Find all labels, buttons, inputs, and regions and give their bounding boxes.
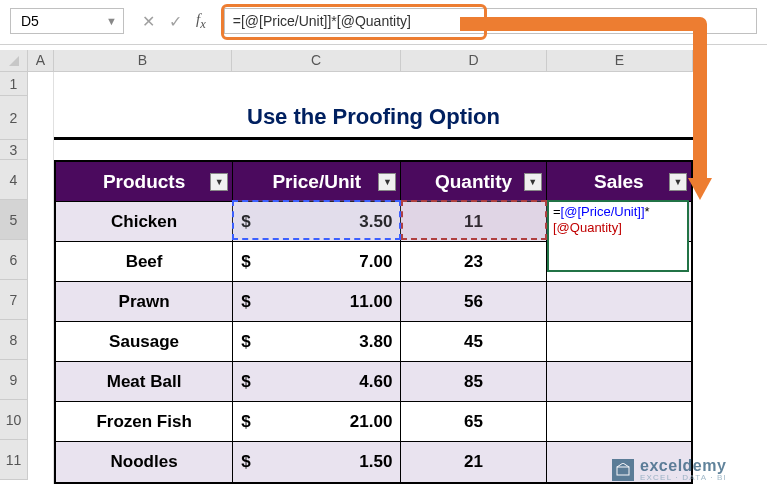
currency-symbol: $	[241, 372, 250, 392]
col-header-A[interactable]: A	[28, 50, 54, 72]
select-all-corner[interactable]	[0, 50, 28, 72]
table-row: Noodles $ 1.50 21	[56, 442, 691, 482]
table-row: Sausage $ 3.80 45	[56, 322, 691, 362]
price-value: 3.50	[359, 212, 392, 232]
cell-qty[interactable]: 21	[401, 442, 546, 482]
cell-editor[interactable]: =[@[Price/Unit]]* [@Quantity]	[547, 200, 689, 272]
cell-qty[interactable]: 11	[401, 202, 546, 242]
row-header-6[interactable]: 6	[0, 240, 28, 280]
name-box[interactable]: D5 ▼	[10, 8, 124, 34]
currency-symbol: $	[241, 252, 250, 272]
table-row: Prawn $ 11.00 56	[56, 282, 691, 322]
price-value: 4.60	[359, 372, 392, 392]
header-price[interactable]: Price/Unit ▼	[233, 162, 401, 202]
cell-sales[interactable]	[547, 402, 691, 442]
currency-symbol: $	[241, 332, 250, 352]
cell-qty[interactable]: 56	[401, 282, 546, 322]
currency-symbol: $	[241, 212, 250, 232]
watermark-logo-icon	[612, 459, 634, 481]
formula-ref-price: [@[Price/Unit]]	[561, 204, 645, 219]
cell-price[interactable]: $ 4.60	[233, 362, 401, 402]
formula-bar-icons: ✕ ✓ fx	[130, 11, 218, 32]
row-header-8[interactable]: 8	[0, 320, 28, 360]
formula-ref-qty: [@Quantity]	[553, 220, 622, 235]
cell-qty[interactable]: 65	[401, 402, 546, 442]
watermark: exceldemy EXCEL · DATA · BI	[612, 457, 727, 482]
formula-eq: =	[553, 204, 561, 219]
column-header-row: A B C D E	[0, 50, 693, 72]
formula-bar[interactable]: =[@[Price/Unit]]*[@Quantity]	[224, 8, 757, 34]
header-sales[interactable]: Sales ▼	[547, 162, 691, 202]
row-header-11[interactable]: 11	[0, 440, 28, 480]
table-row: Frozen Fish $ 21.00 65	[56, 402, 691, 442]
formula-bar-text: =[@[Price/Unit]]*[@Quantity]	[233, 13, 411, 29]
svg-rect-2	[617, 467, 629, 475]
header-price-label: Price/Unit	[272, 171, 361, 193]
fx-icon[interactable]: fx	[196, 11, 206, 32]
cell-price[interactable]: $ 21.00	[233, 402, 401, 442]
enter-icon[interactable]: ✓	[169, 12, 182, 31]
col-header-E[interactable]: E	[547, 50, 693, 72]
row-header-9[interactable]: 9	[0, 360, 28, 400]
cell-price[interactable]: $ 11.00	[233, 282, 401, 322]
price-value: 11.00	[350, 292, 393, 312]
header-qty-label: Quantity	[435, 171, 512, 193]
price-value: 21.00	[350, 412, 393, 432]
row-header-5[interactable]: 5	[0, 200, 28, 240]
cell-product[interactable]: Frozen Fish	[56, 402, 233, 442]
row-header-2[interactable]: 2	[0, 96, 28, 140]
cell-sales[interactable]	[547, 322, 691, 362]
formula-star: *	[645, 204, 650, 219]
row-header-3[interactable]: 3	[0, 140, 28, 160]
cell-product[interactable]: Beef	[56, 242, 233, 282]
watermark-brand: exceldemy EXCEL · DATA · BI	[640, 457, 727, 482]
currency-symbol: $	[241, 292, 250, 312]
cell-product[interactable]: Chicken	[56, 202, 233, 242]
cell-product[interactable]: Meat Ball	[56, 362, 233, 402]
cell-product[interactable]: Prawn	[56, 282, 233, 322]
watermark-tag: EXCEL · DATA · BI	[640, 473, 727, 482]
row-header-1[interactable]: 1	[0, 72, 28, 96]
cell-product[interactable]: Noodles	[56, 442, 233, 482]
row-header-column: 1 2 3 4 5 6 7 8 9 10 11	[0, 72, 28, 480]
col-header-C[interactable]: C	[232, 50, 401, 72]
row-header-10[interactable]: 10	[0, 400, 28, 440]
cell-price[interactable]: $ 1.50	[233, 442, 401, 482]
chevron-down-icon[interactable]: ▼	[106, 15, 117, 27]
row-header-7[interactable]: 7	[0, 280, 28, 320]
cell-price[interactable]: $ 3.80	[233, 322, 401, 362]
table-header-row: Products ▼ Price/Unit ▼ Quantity ▼ Sales…	[56, 162, 691, 202]
svg-marker-0	[9, 56, 19, 66]
table-row: Meat Ball $ 4.60 85	[56, 362, 691, 402]
cell-qty[interactable]: 45	[401, 322, 546, 362]
filter-dropdown-icon[interactable]: ▼	[210, 173, 228, 191]
price-value: 3.80	[359, 332, 392, 352]
header-sales-label: Sales	[594, 171, 644, 193]
cancel-icon[interactable]: ✕	[142, 12, 155, 31]
header-qty[interactable]: Quantity ▼	[401, 162, 546, 202]
currency-symbol: $	[241, 452, 250, 472]
column-A-gutter[interactable]	[28, 72, 54, 484]
col-header-B[interactable]: B	[54, 50, 232, 72]
formula-toolbar: D5 ▼ ✕ ✓ fx =[@[Price/Unit]]*[@Quantity]	[0, 0, 767, 45]
cell-sales[interactable]	[547, 282, 691, 322]
currency-symbol: $	[241, 412, 250, 432]
cell-qty[interactable]: 23	[401, 242, 546, 282]
col-header-D[interactable]: D	[401, 50, 547, 72]
row-header-4[interactable]: 4	[0, 160, 28, 200]
cell-price[interactable]: $ 3.50	[233, 202, 401, 242]
price-value: 7.00	[359, 252, 392, 272]
sheet-title: Use the Proofing Option	[54, 96, 693, 140]
filter-dropdown-icon[interactable]: ▼	[378, 173, 396, 191]
name-box-value: D5	[21, 13, 39, 29]
cell-qty[interactable]: 85	[401, 362, 546, 402]
header-products-label: Products	[103, 171, 185, 193]
cell-product[interactable]: Sausage	[56, 322, 233, 362]
filter-dropdown-icon[interactable]: ▼	[669, 173, 687, 191]
filter-dropdown-icon[interactable]: ▼	[524, 173, 542, 191]
cell-sales[interactable]	[547, 362, 691, 402]
cell-price[interactable]: $ 7.00	[233, 242, 401, 282]
header-products[interactable]: Products ▼	[56, 162, 233, 202]
price-value: 1.50	[359, 452, 392, 472]
